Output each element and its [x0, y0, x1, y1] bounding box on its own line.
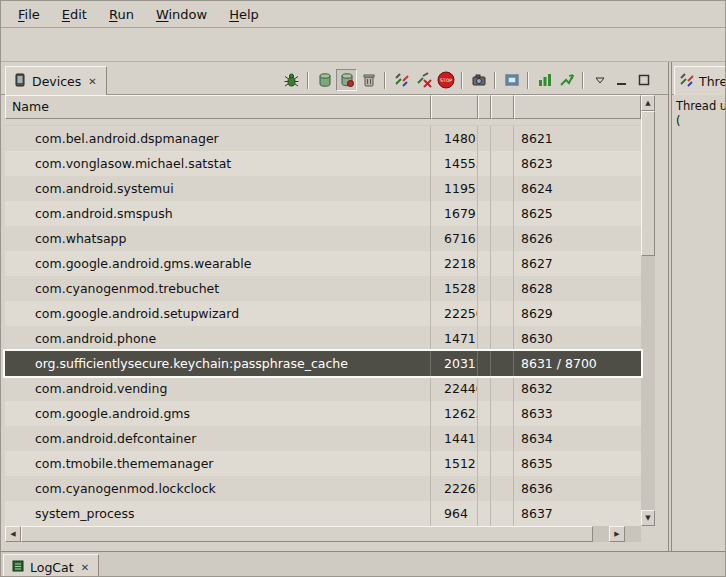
process-name: com.google.android.setupwizard: [5, 301, 431, 326]
table-row[interactable]: com.google.android.gms 12623 8633: [5, 401, 641, 426]
process-pid: 1195: [431, 176, 478, 201]
threads-pane: Threads Thread up (: [672, 62, 726, 551]
vertical-scroll-thumb[interactable]: [641, 111, 655, 256]
device-table-body: com.bel.android.dspmanager 1480 8621 com…: [5, 119, 641, 526]
tab-threads[interactable]: Threads: [674, 66, 726, 95]
cell-spacer2: [491, 201, 514, 226]
process-name: com.android.phone: [5, 326, 431, 351]
table-row[interactable]: system_process 964 8637: [5, 501, 641, 526]
column-header-name[interactable]: Name: [5, 95, 431, 119]
process-name: system_process: [5, 501, 431, 526]
maximize-icon[interactable]: [633, 69, 654, 91]
process-port: 8632: [514, 376, 641, 401]
tab-logcat[interactable]: LogCat ✕: [3, 554, 99, 577]
process-port: 8637: [514, 501, 641, 526]
vertical-scrollbar[interactable]: ▲ ▼: [641, 95, 655, 526]
cell-spacer2: [491, 251, 514, 276]
cell-spacer2: [491, 226, 514, 251]
svg-text:STOP: STOP: [439, 78, 451, 83]
cause-gc-icon[interactable]: [358, 69, 379, 91]
threads-message-line2: (: [676, 114, 726, 129]
update-heap-icon[interactable]: [314, 69, 335, 91]
scroll-left-icon[interactable]: ◀: [5, 526, 21, 542]
horizontal-scroll-thumb[interactable]: [21, 526, 593, 542]
cell-spacer1: [478, 376, 491, 401]
close-icon[interactable]: ✕: [79, 561, 91, 574]
minimize-icon[interactable]: [611, 69, 632, 91]
capture-video-icon[interactable]: [501, 69, 522, 91]
cell-spacer2: [491, 151, 514, 176]
process-port: 8631 / 8700: [514, 351, 641, 376]
table-row[interactable]: com.whatsapp 6716 8626: [5, 226, 641, 251]
column-header-port[interactable]: [514, 95, 641, 119]
process-port: 8623: [514, 151, 641, 176]
process-port: 8628: [514, 276, 641, 301]
table-row[interactable]: com.android.smspush 1679 8625: [5, 201, 641, 226]
table-row[interactable]: com.cyanogenmod.lockclock 22265 8636: [5, 476, 641, 501]
table-row[interactable]: org.sufficientlysecure.keychain:passphra…: [5, 351, 641, 376]
cell-spacer1: [478, 201, 491, 226]
cell-spacer1: [478, 326, 491, 351]
partially-scrolled-row: [5, 119, 641, 126]
table-row[interactable]: com.tmobile.thememanager 1512 8635: [5, 451, 641, 476]
update-threads-icon[interactable]: [391, 69, 412, 91]
screen-capture-icon[interactable]: [468, 69, 489, 91]
debug-process-icon[interactable]: [281, 69, 302, 91]
menu-window[interactable]: Window: [145, 3, 218, 26]
cell-spacer2: [491, 301, 514, 326]
column-header-pid[interactable]: [431, 95, 478, 119]
view-menu-icon[interactable]: [589, 69, 610, 91]
process-name: com.tmobile.thememanager: [5, 451, 431, 476]
tab-devices-label: Devices: [32, 74, 81, 89]
dump-hprof-icon[interactable]: [336, 69, 357, 91]
table-row[interactable]: com.android.systemui 1195 8624: [5, 176, 641, 201]
process-name: com.android.defcontainer: [5, 426, 431, 451]
stop-process-icon[interactable]: STOP: [435, 69, 456, 91]
close-icon[interactable]: ✕: [86, 75, 98, 88]
process-name: com.vonglasow.michael.satstat: [5, 151, 431, 176]
scroll-up-icon[interactable]: ▲: [641, 95, 655, 111]
process-pid: 14411: [431, 426, 478, 451]
threads-icon: [680, 73, 694, 90]
table-row[interactable]: com.android.vending 22440 8632: [5, 376, 641, 401]
column-header-spacer1[interactable]: [478, 95, 491, 119]
table-row[interactable]: com.google.android.gms.wearable 22185 86…: [5, 251, 641, 276]
table-row[interactable]: com.android.defcontainer 14411 8634: [5, 426, 641, 451]
process-port: 8627: [514, 251, 641, 276]
cell-spacer1: [478, 451, 491, 476]
allocation-tracker-icon[interactable]: [534, 69, 555, 91]
menu-file[interactable]: File: [7, 3, 51, 26]
cell-spacer1: [478, 176, 491, 201]
column-header-spacer2[interactable]: [491, 95, 514, 119]
table-row[interactable]: com.google.android.setupwizard 22250 862…: [5, 301, 641, 326]
cell-spacer1: [478, 151, 491, 176]
table-row[interactable]: com.bel.android.dspmanager 1480 8621: [5, 126, 641, 151]
menubar: FileEditRunWindowHelp: [1, 1, 725, 28]
threads-message: Thread up (: [676, 99, 726, 129]
menu-run[interactable]: Run: [98, 3, 145, 26]
process-pid: 22185: [431, 251, 478, 276]
process-pid: 22440: [431, 376, 478, 401]
table-row[interactable]: com.android.phone 1471 8630: [5, 326, 641, 351]
process-port: 8633: [514, 401, 641, 426]
menu-help[interactable]: Help: [218, 3, 270, 26]
process-port: 8626: [514, 226, 641, 251]
scroll-right-icon[interactable]: ▶: [609, 526, 625, 542]
cell-spacer1: [478, 351, 491, 376]
process-name: com.cyanogenmod.lockclock: [5, 476, 431, 501]
table-row[interactable]: com.vonglasow.michael.satstat 14553 8623: [5, 151, 641, 176]
devices-pane: Devices ✕ STOP Name com.bel.android.dspm…: [1, 62, 668, 551]
menu-edit[interactable]: Edit: [51, 3, 98, 26]
cell-spacer2: [491, 351, 514, 376]
bottom-bar: LogCat ✕: [1, 551, 725, 577]
table-row[interactable]: com.cyanogenmod.trebuchet 1528 8628: [5, 276, 641, 301]
tab-devices[interactable]: Devices ✕: [5, 66, 107, 95]
process-pid: 6716: [431, 226, 478, 251]
scroll-down-icon[interactable]: ▼: [641, 510, 655, 526]
start-method-profiling-icon[interactable]: [413, 69, 434, 91]
process-pid: 1471: [431, 326, 478, 351]
process-name: com.google.android.gms.wearable: [5, 251, 431, 276]
cell-spacer2: [491, 426, 514, 451]
network-stats-icon[interactable]: [556, 69, 577, 91]
horizontal-scrollbar[interactable]: ◀ ▶: [5, 526, 641, 542]
